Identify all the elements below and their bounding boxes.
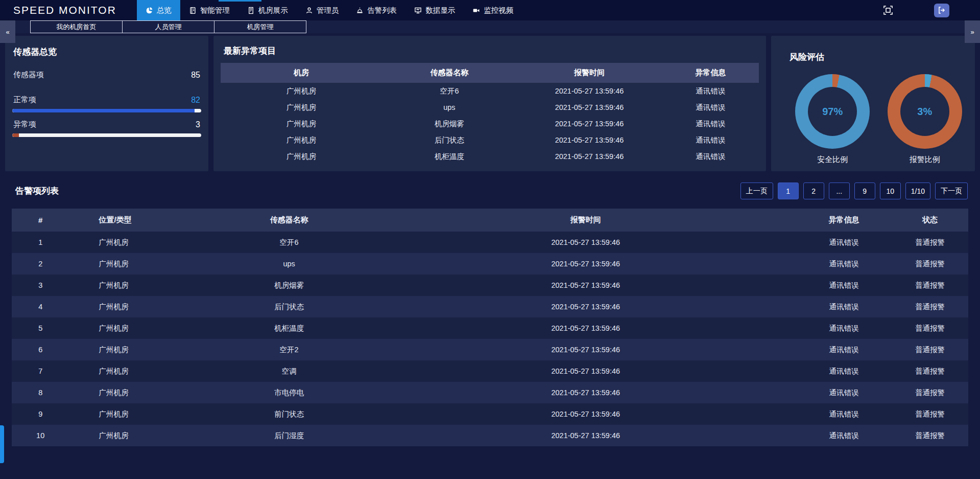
table-cell: 7 <box>12 360 69 382</box>
table-cell: 普通报警 <box>892 253 968 275</box>
safe-ratio-label: 安全比例 <box>817 155 848 165</box>
table-cell: 2021-05-27 13:59:46 <box>375 232 796 253</box>
user-icon <box>305 7 313 14</box>
pagination-next[interactable]: 下一页 <box>935 183 968 199</box>
table-cell: 2021-05-27 13:59:46 <box>517 132 662 148</box>
column-header: # <box>12 209 69 232</box>
workspace-tab[interactable]: 人员管理 <box>122 20 214 33</box>
table-cell: 2021-05-27 13:59:46 <box>375 317 796 339</box>
sensor-abnormal-value: 3 <box>196 120 200 129</box>
sensor-overview-panel: 传感器总览 传感器项 85 正常项 82 异常项 3 <box>5 36 208 171</box>
table-cell: 机房烟雾 <box>203 275 375 296</box>
table-cell: 通讯错误 <box>662 116 759 132</box>
pagination-prev[interactable]: 上一页 <box>740 183 773 199</box>
top-navbar: SPEED MONITOR 总览 智能管理 机房展示 管理员 告警列表 数据显示… <box>0 0 980 20</box>
table-cell: 通讯错误 <box>662 99 759 116</box>
sensor-overview-title: 传感器总览 <box>13 46 201 58</box>
table-cell: 广州机房 <box>69 232 203 253</box>
table-row: 广州机房机柜温度2021-05-27 13:59:46通讯错误 <box>221 148 759 165</box>
table-cell: 2021-05-27 13:59:46 <box>517 148 662 165</box>
workspace-tab[interactable]: 机房管理 <box>214 20 306 33</box>
alarm-list-title: 告警项列表 <box>15 185 59 197</box>
risk-panel: 风险评估 97% 安全比例 3% 报警比例 <box>771 36 975 171</box>
table-cell: 2021-05-27 13:59:46 <box>375 253 796 275</box>
table-cell: 广州机房 <box>69 253 203 275</box>
server-cabinet-icon <box>247 7 255 14</box>
column-header: 传感器名称 <box>203 209 375 232</box>
table-cell: 后门湿度 <box>203 425 375 446</box>
tabs-scroll-right-icon[interactable]: » <box>965 20 980 43</box>
table-cell: 广州机房 <box>69 275 203 296</box>
nav-item-label: 智能管理 <box>200 6 230 15</box>
pagination-page-10[interactable]: 10 <box>880 183 901 199</box>
nav-item-label: 管理员 <box>317 6 339 15</box>
table-row: 4广州机房后门状态2021-05-27 13:59:46通讯错误普通报警 <box>12 296 968 317</box>
column-header: 异常信息 <box>796 209 892 232</box>
table-cell: 通讯错误 <box>662 132 759 148</box>
table-cell: 普通报警 <box>892 360 968 382</box>
nav-item-admin[interactable]: 管理员 <box>297 0 348 20</box>
table-cell: 2021-05-27 13:59:46 <box>517 99 662 116</box>
nav-item-overview[interactable]: 总览 <box>137 0 180 20</box>
alarm-ratio-donut: 3% <box>888 74 962 149</box>
pagination-info: 1/10 <box>905 183 930 199</box>
nav-item-data-display[interactable]: 数据显示 <box>405 0 464 20</box>
table-row: 广州机房ups2021-05-27 13:59:46通讯错误 <box>221 99 759 116</box>
latest-abnormal-table: 机房传感器名称报警时间异常信息 广州机房空开62021-05-27 13:59:… <box>221 63 759 165</box>
table-cell: 通讯错误 <box>796 360 892 382</box>
nav-items: 总览 智能管理 机房展示 管理员 告警列表 数据显示 监控视频 <box>137 0 522 20</box>
table-cell: 8 <box>12 382 69 403</box>
pagination-page-9[interactable]: 9 <box>854 183 875 199</box>
table-row: 广州机房后门状态2021-05-27 13:59:46通讯错误 <box>221 132 759 148</box>
table-cell: 2021-05-27 13:59:46 <box>375 425 796 446</box>
table-cell: 广州机房 <box>221 132 382 148</box>
nav-item-label: 总览 <box>157 6 172 15</box>
table-cell: 广州机房 <box>221 99 382 116</box>
sensor-normal-row: 正常项 82 <box>13 95 200 105</box>
tabs-scroll-left-icon[interactable]: « <box>0 20 15 43</box>
table-cell: 通讯错误 <box>796 403 892 425</box>
sensor-normal-value: 82 <box>191 96 200 105</box>
table-cell: 通讯错误 <box>796 425 892 446</box>
sidebar-toggle-handle[interactable] <box>0 425 4 463</box>
abnormal-progress-bar <box>12 133 201 137</box>
sensor-total-label: 传感器项 <box>13 70 44 80</box>
table-cell: 机柜温度 <box>203 317 375 339</box>
table-cell: 普通报警 <box>892 339 968 360</box>
nav-item-room-display[interactable]: 机房展示 <box>238 0 297 20</box>
table-cell: 2021-05-27 13:59:46 <box>375 382 796 403</box>
workspace-tab[interactable]: 我的机房首页 <box>30 20 123 33</box>
table-cell: 2 <box>12 253 69 275</box>
table-cell: 广州机房 <box>69 360 203 382</box>
nav-item-alarm-list[interactable]: 告警列表 <box>347 0 405 20</box>
sensor-abnormal-row: 异常项 3 <box>13 120 200 129</box>
pagination-ellipsis[interactable]: ... <box>829 183 850 199</box>
column-header: 传感器名称 <box>382 63 517 83</box>
alarm-ratio-label: 报警比例 <box>910 155 940 165</box>
nav-item-smart-manage[interactable]: 智能管理 <box>180 0 238 20</box>
logout-button[interactable] <box>934 4 949 17</box>
nav-item-video[interactable]: 监控视频 <box>464 0 522 20</box>
table-cell: 9 <box>12 403 69 425</box>
table-row: 2广州机房ups2021-05-27 13:59:46通讯错误普通报警 <box>12 253 968 275</box>
fullscreen-icon[interactable] <box>882 4 894 16</box>
sensor-total-value: 85 <box>191 71 200 80</box>
overview-row: 传感器总览 传感器项 85 正常项 82 异常项 3 最新异常项目 <box>5 36 975 171</box>
pagination-page-2[interactable]: 2 <box>803 183 824 199</box>
table-cell: 2021-05-27 13:59:46 <box>375 275 796 296</box>
table-row: 7广州机房空调2021-05-27 13:59:46通讯错误普通报警 <box>12 360 968 382</box>
pagination-page-1[interactable]: 1 <box>778 183 799 199</box>
table-cell: ups <box>203 253 375 275</box>
table-cell: 通讯错误 <box>796 232 892 253</box>
table-row: 5广州机房机柜温度2021-05-27 13:59:46通讯错误普通报警 <box>12 317 968 339</box>
nav-item-label: 监控视频 <box>484 6 513 15</box>
alarm-table: #位置/类型传感器名称报警时间异常信息状态 1广州机房空开62021-05-27… <box>12 209 968 446</box>
table-cell: 3 <box>12 275 69 296</box>
table-cell: 通讯错误 <box>662 148 759 165</box>
table-cell: 2021-05-27 13:59:46 <box>375 403 796 425</box>
sensor-total-row: 传感器项 85 <box>13 70 200 80</box>
table-row: 广州机房空开62021-05-27 13:59:46通讯错误 <box>221 83 759 99</box>
table-cell: 通讯错误 <box>662 83 759 99</box>
alarm-ratio-percent: 3% <box>888 74 962 149</box>
table-row: 1广州机房空开62021-05-27 13:59:46通讯错误普通报警 <box>12 232 968 253</box>
